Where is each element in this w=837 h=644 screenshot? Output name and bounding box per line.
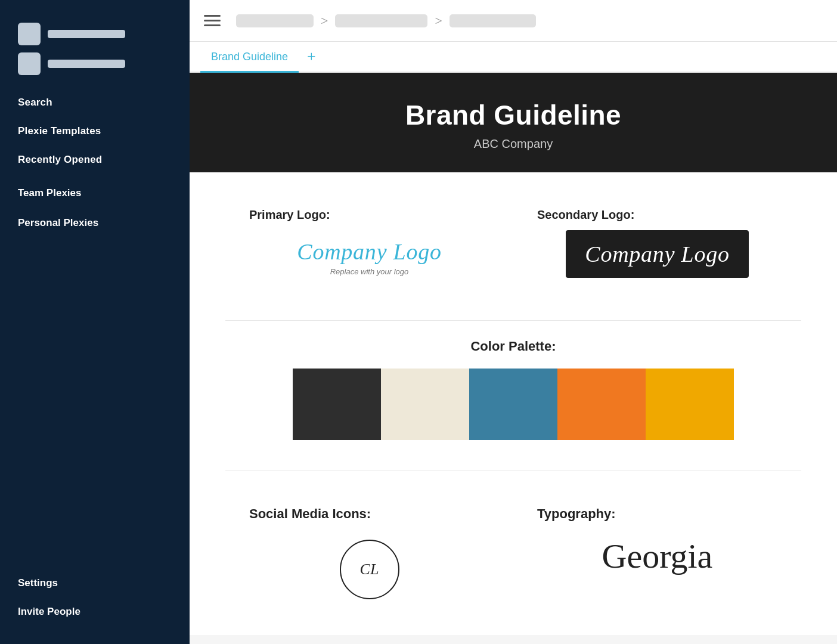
doc-header: Brand Guideline ABC Company [190, 73, 837, 172]
avatar-2 [18, 52, 41, 75]
tabs-bar: Brand Guideline + [190, 42, 837, 73]
social-icon: CL [340, 540, 399, 599]
primary-logo-box: Company Logo Replace with your logo [297, 230, 441, 284]
sidebar-nav: Search Plexie Templates Recently Opened … [0, 88, 190, 234]
logo-row: Primary Logo: Company Logo Replace with … [225, 196, 801, 290]
sidebar-item-invite-people[interactable]: Invite People [18, 597, 172, 626]
sidebar-bottom: Settings Invite People [0, 569, 190, 626]
color-swatch-orange [557, 369, 646, 440]
primary-logo-col: Primary Logo: Company Logo Replace with … [225, 208, 513, 284]
breadcrumb: > > [236, 13, 536, 29]
sidebar-item-search[interactable]: Search [18, 88, 172, 117]
color-swatch-amber [646, 369, 734, 440]
sidebar-user-row-1 [18, 23, 172, 45]
primary-logo-label: Primary Logo: [249, 208, 330, 222]
breadcrumb-2[interactable] [335, 14, 427, 27]
typography-label: Typography: [537, 506, 616, 522]
topbar: > > [190, 0, 837, 42]
sidebar-user-section [0, 12, 190, 88]
breadcrumb-sep-1: > [321, 13, 328, 29]
tab-brand-guideline[interactable]: Brand Guideline [200, 43, 299, 73]
sidebar-item-personal-plexies[interactable]: Personal Plexies [18, 204, 172, 234]
breadcrumb-sep-2: > [435, 13, 442, 29]
sidebar-item-recently-opened[interactable]: Recently Opened [18, 145, 172, 174]
primary-logo-sub: Replace with your logo [330, 267, 409, 276]
add-tab-button[interactable]: + [303, 49, 320, 64]
color-palette-section: Color Palette: [225, 339, 801, 440]
sidebar-item-plexie-templates[interactable]: Plexie Templates [18, 117, 172, 145]
main-content: > > Brand Guideline + Brand Guideline AB… [190, 0, 837, 644]
secondary-logo-box: Company Logo [566, 230, 748, 278]
breadcrumb-3[interactable] [450, 14, 536, 27]
bottom-row: Social Media Icons: CL Typography: Georg… [225, 488, 801, 599]
sidebar-user-row-2 [18, 52, 172, 75]
doc-subtitle: ABC Company [190, 137, 837, 151]
color-swatch-steel-blue [469, 369, 557, 440]
typography-col: Typography: Georgia [513, 506, 801, 576]
sidebar: Search Plexie Templates Recently Opened … [0, 0, 190, 644]
logo-section: Primary Logo: Company Logo Replace with … [225, 196, 801, 290]
user-name-bar-2 [48, 60, 125, 68]
social-media-col: Social Media Icons: CL [225, 506, 513, 599]
color-swatches [225, 369, 801, 440]
menu-icon[interactable] [204, 11, 224, 31]
color-swatch-off-white [381, 369, 469, 440]
doc-title: Brand Guideline [190, 99, 837, 131]
doc-content: Primary Logo: Company Logo Replace with … [190, 172, 837, 635]
sidebar-item-team-plexies[interactable]: Team Plexies [18, 174, 172, 204]
social-media-label: Social Media Icons: [249, 506, 371, 522]
color-swatch-dark-charcoal [293, 369, 381, 440]
typography-sample: Georgia [602, 536, 713, 576]
color-palette-label: Color Palette: [225, 339, 801, 354]
section-divider-1 [225, 320, 801, 321]
breadcrumb-1[interactable] [236, 14, 314, 27]
section-divider-2 [225, 470, 801, 470]
sidebar-item-settings[interactable]: Settings [18, 569, 172, 597]
user-name-bar-1 [48, 30, 125, 38]
secondary-logo-col: Secondary Logo: Company Logo [513, 208, 801, 278]
secondary-logo-text: Company Logo [585, 241, 729, 267]
document-area: Brand Guideline ABC Company Primary Logo… [190, 73, 837, 644]
tab-label: Brand Guideline [211, 51, 288, 63]
avatar-1 [18, 23, 41, 45]
primary-logo-text: Company Logo [297, 239, 441, 265]
secondary-logo-label: Secondary Logo: [537, 208, 634, 222]
